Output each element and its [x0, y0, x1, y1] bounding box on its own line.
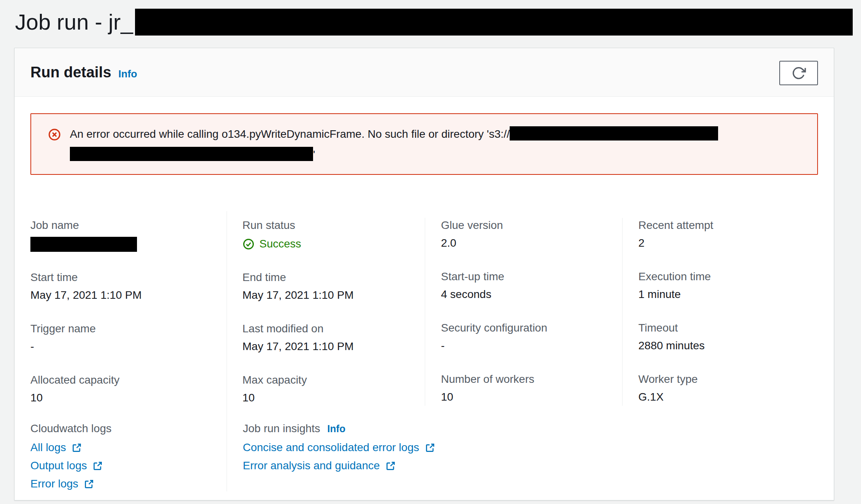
job-run-insights-block: Job run insights Info Concise and consol…	[227, 421, 819, 493]
field-value: 2	[638, 235, 819, 251]
status-text: Success	[259, 236, 301, 252]
field-label: Glue version	[441, 218, 622, 233]
field-recent-attempt: Recent attempt 2	[638, 218, 819, 251]
job-run-insights-info-link[interactable]: Info	[327, 423, 345, 435]
field-value: 2.0	[441, 235, 622, 251]
external-link-icon	[425, 442, 435, 453]
field-value: 2880 minutes	[638, 338, 819, 354]
field-label: Max capacity	[242, 373, 425, 388]
concise-error-logs-link[interactable]: Concise and consolidated error logs	[243, 438, 819, 457]
field-label: Recent attempt	[638, 218, 819, 233]
field-startup-time: Start-up time 4 seconds	[441, 269, 622, 302]
page-title: Job run - jr_	[15, 9, 133, 35]
link-label: Concise and consolidated error logs	[243, 441, 419, 454]
output-logs-link[interactable]: Output logs	[30, 457, 227, 475]
fields-column-3: Glue version 2.0 Start-up time 4 seconds…	[425, 218, 622, 406]
field-value: 10	[242, 390, 425, 406]
error-logs-link[interactable]: Error logs	[30, 475, 227, 493]
field-value: 4 seconds	[441, 287, 622, 302]
external-link-icon	[92, 461, 103, 471]
field-execution-time: Execution time 1 minute	[638, 269, 819, 302]
field-label: End time	[242, 270, 425, 285]
field-label: Start-up time	[441, 269, 622, 284]
link-label: Error analysis and guidance	[243, 459, 380, 472]
field-worker-type: Worker type G.1X	[638, 372, 819, 405]
fields-column-2: Run status Success End time May 17, 20	[227, 218, 425, 406]
field-value: May 17, 2021 1:10 PM	[242, 287, 425, 303]
redacted-job-name	[30, 237, 137, 252]
field-value: G.1X	[638, 389, 819, 405]
error-icon	[48, 128, 61, 141]
field-value: -	[30, 339, 227, 354]
field-value: 10	[441, 389, 622, 405]
field-label: Worker type	[638, 372, 819, 387]
link-label: Output logs	[30, 459, 87, 472]
fields-column-1: Job name Start time May 17, 2021 1:10 PM…	[30, 218, 227, 406]
job-run-insights-label: Job run insights	[243, 421, 320, 436]
external-link-icon	[71, 442, 82, 453]
field-label: Last modified on	[242, 321, 425, 336]
fields-column-4: Recent attempt 2 Execution time 1 minute…	[622, 218, 819, 406]
field-number-of-workers: Number of workers 10	[441, 372, 622, 405]
redacted-job-run-id	[135, 9, 853, 36]
field-end-time: End time May 17, 2021 1:10 PM	[242, 270, 425, 303]
field-run-status: Run status Success	[242, 218, 425, 252]
field-label: Run status	[242, 218, 425, 233]
field-label: Execution time	[638, 269, 819, 284]
error-message-line2: '	[70, 144, 718, 165]
error-message: An error occurred while calling o134.pyW…	[70, 114, 718, 165]
run-status-value: Success	[242, 236, 425, 252]
field-value: May 17, 2021 1:10 PM	[242, 339, 425, 354]
field-last-modified: Last modified on May 17, 2021 1:10 PM	[242, 321, 425, 354]
field-label: Allocated capacity	[30, 373, 227, 388]
field-label: Trigger name	[30, 321, 227, 336]
success-icon	[242, 238, 255, 250]
card-header: Run details Info	[15, 48, 834, 97]
cloudwatch-logs-block: Cloudwatch logs All logs Ou	[30, 421, 227, 493]
field-security-configuration: Security configuration -	[441, 320, 622, 354]
error-analysis-link[interactable]: Error analysis and guidance	[243, 457, 819, 475]
refresh-icon	[791, 66, 806, 81]
run-details-info-link[interactable]: Info	[118, 68, 137, 80]
field-label: Job name	[30, 218, 227, 233]
field-timeout: Timeout 2880 minutes	[638, 320, 819, 354]
link-label: All logs	[30, 441, 66, 454]
cloudwatch-logs-label: Cloudwatch logs	[30, 421, 227, 436]
field-max-capacity: Max capacity 10	[242, 373, 425, 406]
external-link-icon	[385, 461, 396, 471]
logs-row: Cloudwatch logs All logs Ou	[30, 421, 819, 493]
field-allocated-capacity: Allocated capacity 10	[30, 373, 227, 406]
run-details-fields: Job name Start time May 17, 2021 1:10 PM…	[30, 218, 819, 406]
redacted-s3-path-2	[70, 147, 313, 161]
field-trigger-name: Trigger name -	[30, 321, 227, 354]
field-value: 10	[30, 390, 227, 406]
run-details-card: Run details Info	[14, 48, 834, 500]
link-label: Error logs	[30, 478, 78, 490]
redacted-s3-path	[510, 126, 718, 141]
external-link-icon	[84, 479, 94, 489]
field-glue-version: Glue version 2.0	[441, 218, 622, 251]
field-label: Timeout	[638, 320, 819, 335]
field-start-time: Start time May 17, 2021 1:10 PM	[30, 270, 227, 303]
field-label: Number of workers	[441, 372, 622, 387]
field-value: -	[441, 338, 622, 354]
field-label: Security configuration	[441, 320, 622, 335]
all-logs-link[interactable]: All logs	[30, 438, 227, 457]
field-job-name: Job name	[30, 218, 227, 252]
error-alert: An error occurred while calling o134.pyW…	[30, 113, 818, 175]
field-value: May 17, 2021 1:10 PM	[30, 287, 227, 303]
field-label: Start time	[30, 270, 227, 285]
refresh-button[interactable]	[779, 61, 818, 85]
card-title: Run details	[30, 64, 111, 81]
field-value: 1 minute	[638, 287, 819, 302]
job-run-page: Job run - jr_ Run details Info	[0, 0, 861, 504]
error-message-line1: An error occurred while calling o134.pyW…	[70, 124, 718, 144]
